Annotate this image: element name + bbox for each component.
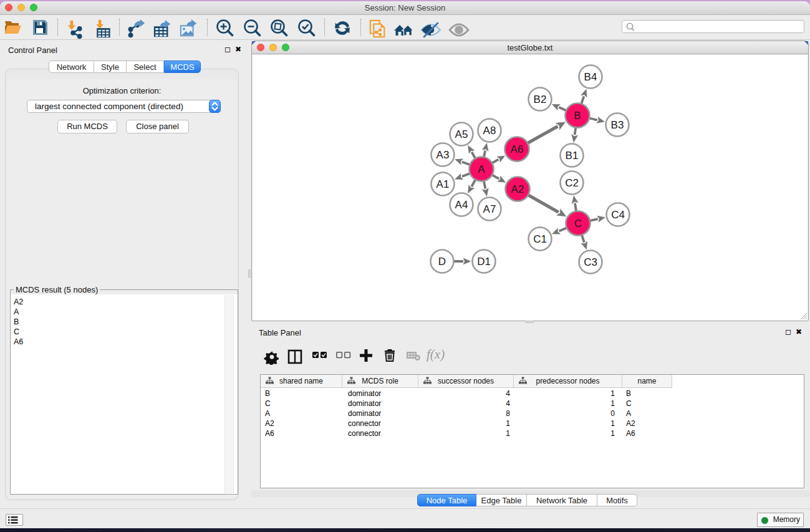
svg-text:C3: C3 bbox=[584, 256, 597, 268]
svg-text:D: D bbox=[438, 256, 446, 268]
svg-text:C2: C2 bbox=[565, 177, 579, 189]
svg-text:C1: C1 bbox=[533, 233, 547, 245]
svg-text:A3: A3 bbox=[436, 149, 450, 161]
svg-text:B2: B2 bbox=[534, 94, 547, 105]
svg-text:A5: A5 bbox=[455, 128, 468, 140]
svg-text:A1: A1 bbox=[436, 178, 450, 190]
svg-text:C4: C4 bbox=[611, 209, 625, 221]
svg-text:B4: B4 bbox=[584, 71, 597, 83]
svg-text:A8: A8 bbox=[483, 125, 496, 137]
svg-text:A6: A6 bbox=[511, 143, 524, 155]
svg-text:A2: A2 bbox=[511, 183, 524, 195]
svg-text:C: C bbox=[574, 218, 582, 230]
svg-text:D1: D1 bbox=[477, 256, 491, 268]
svg-text:B3: B3 bbox=[611, 119, 624, 131]
svg-text:A4: A4 bbox=[455, 199, 468, 211]
svg-text:A: A bbox=[478, 163, 485, 175]
svg-text:A7: A7 bbox=[483, 203, 496, 215]
svg-text:B: B bbox=[574, 110, 581, 122]
svg-text:B1: B1 bbox=[566, 150, 579, 162]
